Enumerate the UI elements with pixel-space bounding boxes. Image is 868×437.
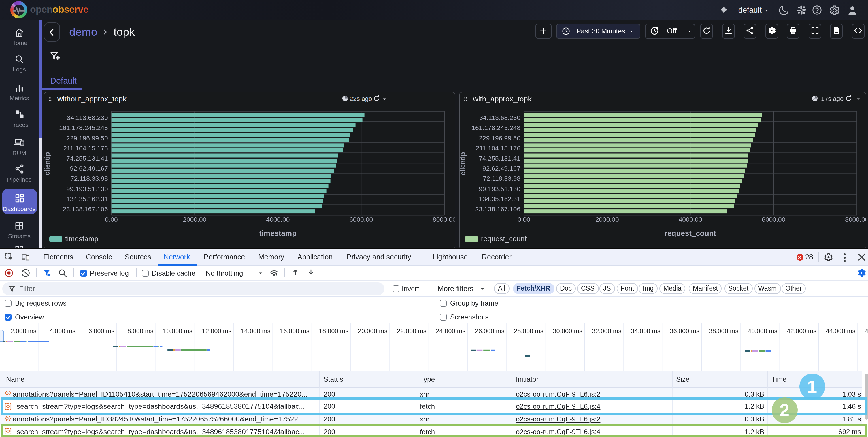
svg-text:44,000 ms: 44,000 ms <box>826 327 856 334</box>
svg-text:34.113.68.230: 34.113.68.230 <box>479 114 521 121</box>
svg-text:2,000 ms: 2,000 ms <box>10 327 37 334</box>
svg-text:72.118.33.98: 72.118.33.98 <box>483 175 521 182</box>
svg-text:request_count: request_count <box>481 235 527 243</box>
svg-text:2000.00: 2000.00 <box>183 216 207 223</box>
svg-text:134.35.162.31: 134.35.162.31 <box>479 195 521 202</box>
svg-text:38,000 ms: 38,000 ms <box>709 327 739 334</box>
svg-text:request_count: request_count <box>664 229 716 238</box>
svg-text:26,000 ms: 26,000 ms <box>475 327 505 334</box>
svg-text:30,000 ms: 30,000 ms <box>553 327 582 334</box>
svg-text:10,000 ms: 10,000 ms <box>163 327 192 334</box>
svg-text:28,000 ms: 28,000 ms <box>514 327 544 334</box>
svg-text:92.62.49.167: 92.62.49.167 <box>483 165 521 172</box>
svg-text:12,000 ms: 12,000 ms <box>202 327 231 334</box>
svg-text:22,000 ms: 22,000 ms <box>397 327 427 334</box>
svg-text:34.113.68.230: 34.113.68.230 <box>67 114 108 121</box>
svg-text:4,000 ms: 4,000 ms <box>50 327 76 334</box>
svg-text:16,000 ms: 16,000 ms <box>280 327 310 334</box>
svg-text:92.62.49.167: 92.62.49.167 <box>70 165 108 172</box>
svg-text:0.00: 0.00 <box>518 216 530 223</box>
svg-text:23.138.167.106: 23.138.167.106 <box>63 206 108 213</box>
svg-text:99.193.51.130: 99.193.51.130 <box>479 185 521 193</box>
svg-text:134.35.162.31: 134.35.162.31 <box>66 195 108 202</box>
svg-text:161.178.245.248: 161.178.245.248 <box>59 124 108 131</box>
svg-text:161.178.245.248: 161.178.245.248 <box>471 124 521 131</box>
svg-text:211.104.15.176: 211.104.15.176 <box>476 145 521 152</box>
svg-text:8,000 ms: 8,000 ms <box>127 327 154 334</box>
svg-text:timestamp: timestamp <box>65 235 98 243</box>
svg-text:8000.00: 8000.00 <box>845 216 868 223</box>
svg-text:23.138.167.106: 23.138.167.106 <box>475 206 521 213</box>
svg-text:36,000 ms: 36,000 ms <box>670 327 700 334</box>
svg-text:4000.00: 4000.00 <box>266 216 290 223</box>
svg-text:4000.00: 4000.00 <box>679 216 702 223</box>
svg-text:74.255.131.41: 74.255.131.41 <box>66 155 108 162</box>
svg-text:42,000 ms: 42,000 ms <box>787 327 816 334</box>
svg-text:40,000 ms: 40,000 ms <box>748 327 777 334</box>
svg-text:99.193.51.130: 99.193.51.130 <box>66 185 108 193</box>
svg-text:6000.00: 6000.00 <box>349 216 373 223</box>
svg-text:229.196.99.50: 229.196.99.50 <box>479 135 521 142</box>
svg-text:timestamp: timestamp <box>259 229 297 238</box>
svg-text:6,000 ms: 6,000 ms <box>89 327 115 334</box>
svg-text:14,000 ms: 14,000 ms <box>241 327 271 334</box>
svg-text:2000.00: 2000.00 <box>595 216 619 223</box>
svg-text:74.255.131.41: 74.255.131.41 <box>479 155 521 162</box>
svg-text:24,000 ms: 24,000 ms <box>436 327 465 334</box>
svg-text:18,000 ms: 18,000 ms <box>319 327 348 334</box>
svg-text:32,000 ms: 32,000 ms <box>592 327 622 334</box>
svg-text:34,000 ms: 34,000 ms <box>631 327 660 334</box>
svg-text:211.104.15.176: 211.104.15.176 <box>63 145 108 152</box>
svg-text:229.196.99.50: 229.196.99.50 <box>66 135 108 142</box>
svg-text:0.00: 0.00 <box>105 216 118 223</box>
svg-text:46,000 ms: 46,000 ms <box>865 327 868 334</box>
svg-text:6000.00: 6000.00 <box>762 216 785 223</box>
svg-text:72.118.33.98: 72.118.33.98 <box>70 175 108 182</box>
svg-text:8000.00: 8000.00 <box>433 216 456 223</box>
svg-text:20,000 ms: 20,000 ms <box>358 327 388 334</box>
